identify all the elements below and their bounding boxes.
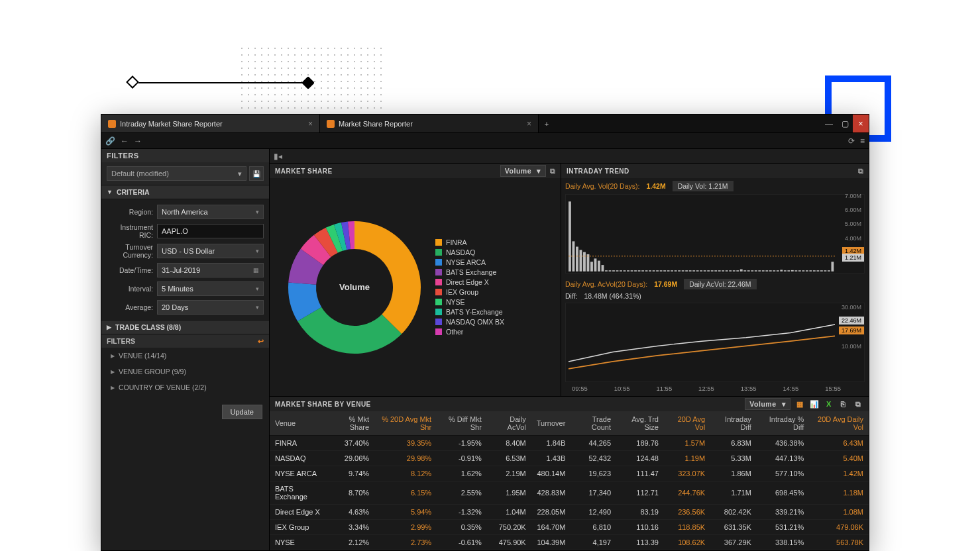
column-header[interactable]: 20D Avg Daily Vol — [809, 411, 869, 436]
reset-icon[interactable]: ↩ — [258, 337, 264, 345]
column-header[interactable]: 20D Avg Vol — [664, 411, 710, 436]
save-preset-button[interactable]: 💾 — [249, 166, 264, 181]
tab-strip: Intraday Market Share Reporter × Market … — [101, 115, 869, 133]
legend-item: BATS Y-Exchange — [435, 308, 504, 316]
update-button[interactable]: Update — [222, 405, 262, 419]
tab-intraday-reporter[interactable]: Intraday Market Share Reporter × — [101, 115, 320, 132]
add-tab-button[interactable]: + — [539, 115, 555, 132]
average-select[interactable]: 20 Days ▾ — [157, 300, 264, 315]
minimize-button[interactable]: — — [821, 115, 837, 132]
column-header[interactable]: Intraday Diff — [710, 411, 757, 436]
trade-class-header[interactable]: ▶ TRADE CLASS (8/8) — [101, 320, 269, 334]
ric-input[interactable]: AAPL.O — [157, 224, 264, 238]
table-cell: Direct Edge X — [270, 505, 327, 520]
back-icon[interactable]: ← — [121, 136, 129, 146]
daily-vol-label: Daily Vol: — [678, 182, 707, 190]
close-button[interactable]: × — [853, 115, 869, 132]
svg-rect-25 — [656, 270, 659, 272]
table-cell: 4,197 — [571, 535, 616, 550]
column-header[interactable]: Intraday % Diff — [757, 411, 810, 436]
close-icon[interactable]: × — [527, 119, 531, 128]
table-row[interactable]: NYSE2.12%2.73%-0.61%475.90K104.39M4,1971… — [270, 535, 869, 550]
legend-item: Direct Edge X — [435, 278, 504, 286]
excel-export-icon[interactable]: X — [824, 399, 834, 409]
layout-toggle-icon[interactable]: ▮◂ — [274, 152, 282, 161]
table-cell: 1.84B — [531, 436, 571, 451]
datetime-input[interactable]: 31-Jul-2019 ▦ — [157, 263, 264, 277]
table-cell: 338.15% — [757, 535, 810, 550]
table-row[interactable]: BATS Exchange8.70%6.15%2.55%1.95M428.83M… — [270, 481, 869, 505]
main-area: ▮◂ MARKET SHARE Volume ▾ ⧉ — [270, 149, 869, 550]
table-cell: 52,432 — [571, 451, 616, 466]
table-row[interactable]: NASDAQ29.06%29.98%-0.91%6.53M1.43B52,432… — [270, 451, 869, 466]
svg-rect-37 — [700, 270, 702, 272]
tab-market-share-reporter[interactable]: Market Share Reporter × — [320, 115, 539, 132]
svg-rect-33 — [685, 270, 688, 272]
chart-view-icon[interactable]: 📊 — [809, 399, 820, 409]
swatch — [435, 249, 442, 256]
popout-icon[interactable]: ⧉ — [550, 167, 556, 175]
table-row[interactable]: FINRA37.40%39.35%-1.95%8.40M1.84B44,2651… — [270, 436, 869, 451]
table-cell: 2.99% — [374, 520, 437, 535]
criteria-header[interactable]: ▼ CRITERIA — [101, 185, 269, 199]
column-header[interactable]: % 20D Avg Mkt Shr — [374, 411, 437, 436]
column-header[interactable]: Trade Count — [571, 411, 616, 436]
svg-rect-70 — [820, 270, 823, 272]
svg-rect-3 — [576, 246, 578, 271]
legend-label: FINRA — [446, 238, 467, 246]
table-row[interactable]: NYSE ARCA9.74%8.12%1.62%2.19M480.14M19,6… — [270, 466, 869, 481]
popout-icon[interactable]: ⧉ — [858, 167, 864, 175]
svg-rect-20 — [638, 270, 641, 272]
column-header[interactable]: Daily AcVol — [487, 411, 531, 436]
column-header[interactable]: Turnover — [531, 411, 571, 436]
legend-item: NASDAQ — [435, 248, 504, 256]
table-cell: 1.43B — [531, 451, 571, 466]
app-icon — [108, 120, 116, 128]
filter-subitem[interactable]: ▶VENUE (14/14) — [101, 348, 269, 364]
svg-rect-68 — [813, 270, 816, 272]
column-header[interactable]: % Diff Mkt Shr — [437, 411, 487, 436]
svg-rect-63 — [794, 270, 797, 272]
avg-acvol-label: Daily Avg. AcVol(20 Days): — [565, 280, 647, 288]
legend-item: BATS Exchange — [435, 268, 504, 276]
filter-subitem[interactable]: ▶VENUE GROUP (9/9) — [101, 364, 269, 379]
preset-select[interactable]: Default (modified) ▾ — [107, 166, 246, 181]
legend-label: NYSE ARCA — [446, 258, 486, 266]
metric-select[interactable]: Volume ▾ — [500, 165, 546, 177]
table-cell: 631.35K — [710, 520, 757, 535]
legend-label: Direct Edge X — [446, 278, 489, 286]
svg-rect-59 — [780, 270, 783, 271]
column-header[interactable]: % Mkt Share — [327, 411, 374, 436]
table-cell: 1.86M — [710, 466, 757, 481]
table-cell: 802.42K — [710, 505, 757, 520]
region-select[interactable]: North America ▾ — [157, 205, 264, 219]
table-cell: 5.94% — [374, 505, 437, 520]
grid-view-icon[interactable]: ▦ — [794, 399, 805, 409]
maximize-button[interactable]: ▢ — [837, 115, 853, 132]
table-row[interactable]: IEX Group3.34%2.99%0.35%750.20K164.70M6,… — [270, 520, 869, 535]
refresh-icon[interactable]: ⟳ — [848, 136, 855, 146]
table-scroll[interactable]: Venue% Mkt Share% 20D Avg Mkt Shr% Diff … — [270, 411, 869, 550]
menu-icon[interactable]: ≡ — [860, 136, 865, 146]
table-cell: 428.83M — [531, 481, 571, 505]
interval-select[interactable]: 5 Minutes ▾ — [157, 281, 264, 296]
table-cell: 118.85K — [664, 520, 710, 535]
table-cell: 1.95M — [487, 481, 531, 505]
legend-label: Other — [446, 328, 463, 336]
svg-rect-6 — [587, 254, 590, 272]
svg-rect-13 — [612, 270, 615, 272]
column-header[interactable]: Venue — [270, 411, 327, 436]
popout-icon[interactable]: ⧉ — [853, 399, 863, 409]
column-header[interactable]: Avg. Trd Size — [616, 411, 664, 436]
table-row[interactable]: Direct Edge X4.63%5.94%-1.32%1.04M228.05… — [270, 505, 869, 520]
link-icon[interactable]: 🔗 — [105, 136, 115, 146]
forward-icon[interactable]: → — [134, 136, 142, 146]
currency-select[interactable]: USD - US Dollar ▾ — [157, 244, 264, 258]
svg-rect-24 — [653, 270, 655, 272]
close-icon[interactable]: × — [308, 119, 313, 128]
filter-subitem[interactable]: ▶COUNTRY OF VENUE (2/2) — [101, 379, 269, 395]
svg-rect-56 — [769, 270, 772, 272]
table-cell: 17,340 — [571, 481, 616, 505]
copy-icon[interactable]: ⎘ — [838, 399, 849, 409]
table-metric-select[interactable]: Volume ▾ — [745, 398, 790, 410]
